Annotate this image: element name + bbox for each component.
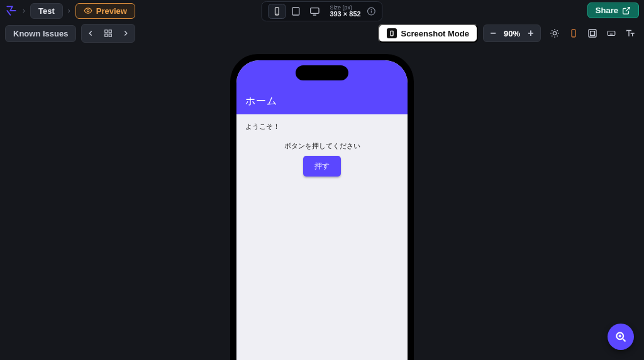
search-fab[interactable] (608, 324, 634, 350)
svg-rect-3 (292, 8, 299, 15)
chevron-right-icon: › (67, 6, 72, 15)
appearance-tool-icons (546, 25, 639, 42)
device-tablet-button[interactable] (287, 4, 304, 19)
breadcrumb: › Test › Preview (5, 3, 135, 19)
app-body: ようこそ！ ボタンを押してください 押す (236, 114, 408, 184)
instruction-text: ボタンを押してください (245, 141, 399, 151)
phone-frame: ホーム ようこそ！ ボタンを押してください 押す (230, 54, 414, 360)
screenshot-icon (387, 28, 397, 38)
phone-icon (272, 6, 281, 17)
chevron-left-icon (86, 29, 95, 38)
page-nav-group (81, 24, 135, 43)
svg-rect-25 (591, 31, 595, 36)
device-frame-toggle[interactable] (565, 25, 582, 42)
svg-line-33 (623, 339, 625, 341)
svg-point-8 (371, 9, 372, 10)
device-selector (268, 4, 323, 19)
svg-rect-12 (109, 34, 112, 36)
nav-forward-button[interactable] (117, 25, 135, 42)
center-block: ボタンを押してください 押す (245, 141, 399, 177)
safe-area-toggle[interactable] (584, 25, 601, 42)
svg-line-22 (557, 30, 558, 31)
device-size-cluster: Size (px) 393 × 852 (261, 1, 382, 21)
device-desktop-button[interactable] (306, 4, 323, 19)
zoom-control: − 90% + (483, 25, 541, 42)
tablet-icon (291, 6, 301, 17)
right-tool-cluster: Screenshot Mode − 90% + (378, 24, 639, 43)
external-link-icon (622, 6, 631, 15)
share-button[interactable]: Share (587, 3, 639, 18)
viewport-size: Size (px) 393 × 852 (330, 5, 360, 18)
info-icon[interactable] (367, 7, 376, 16)
app-logo-icon[interactable] (5, 4, 18, 17)
preview-label: Preview (96, 6, 127, 16)
layout-icon (587, 28, 597, 38)
chevron-right-icon (121, 29, 130, 38)
sun-icon (550, 28, 560, 38)
search-zoom-icon (614, 330, 627, 343)
screenshot-mode-button[interactable]: Screenshot Mode (378, 24, 478, 43)
zoom-out-button[interactable]: − (486, 26, 500, 40)
pages-grid-button[interactable] (99, 25, 117, 42)
text-size-icon (625, 28, 635, 38)
keyboard-toggle[interactable] (602, 25, 620, 42)
svg-rect-11 (105, 34, 108, 36)
screenshot-mode-label: Screenshot Mode (401, 29, 469, 38)
desktop-icon (309, 6, 320, 16)
svg-point-0 (87, 9, 89, 12)
svg-rect-13 (391, 31, 393, 36)
phone-outline-icon (569, 28, 578, 39)
size-value: 393 × 852 (330, 11, 360, 18)
tool-bar: Known Issues Screenshot Mode − 90% + (0, 21, 644, 45)
preview-canvas: ホーム ようこそ！ ボタンを押してください 押す (0, 45, 644, 360)
svg-rect-26 (608, 31, 615, 36)
welcome-text: ようこそ！ (245, 122, 399, 131)
svg-rect-4 (311, 8, 319, 14)
phone-screen: ホーム ようこそ！ ボタンを押してください 押す (236, 60, 408, 360)
dynamic-island (296, 65, 348, 80)
chevron-right-icon: › (21, 6, 26, 15)
preview-button[interactable]: Preview (75, 3, 135, 19)
keyboard-icon (606, 29, 617, 38)
nav-back-button[interactable] (82, 25, 99, 42)
zoom-in-button[interactable]: + (524, 26, 538, 40)
app-header-title: ホーム (245, 95, 277, 108)
top-bar: › Test › Preview Size (px) 393 × 852 (0, 0, 644, 21)
svg-rect-23 (572, 30, 575, 37)
zoom-value: 90% (502, 29, 521, 38)
eye-icon (84, 6, 92, 15)
svg-rect-24 (589, 30, 596, 37)
svg-point-14 (553, 31, 556, 35)
breadcrumb-project[interactable]: Test (30, 3, 63, 19)
share-label: Share (596, 6, 618, 15)
svg-line-19 (552, 30, 552, 31)
svg-line-21 (552, 36, 552, 36)
text-size-toggle[interactable] (621, 25, 639, 42)
svg-rect-9 (105, 30, 108, 33)
grid-icon (104, 29, 113, 38)
svg-line-20 (557, 36, 558, 36)
press-button[interactable]: 押す (303, 156, 341, 177)
known-issues-button[interactable]: Known Issues (5, 25, 76, 42)
theme-toggle-button[interactable] (546, 25, 564, 42)
svg-rect-10 (109, 30, 112, 33)
device-phone-button[interactable] (268, 4, 286, 19)
